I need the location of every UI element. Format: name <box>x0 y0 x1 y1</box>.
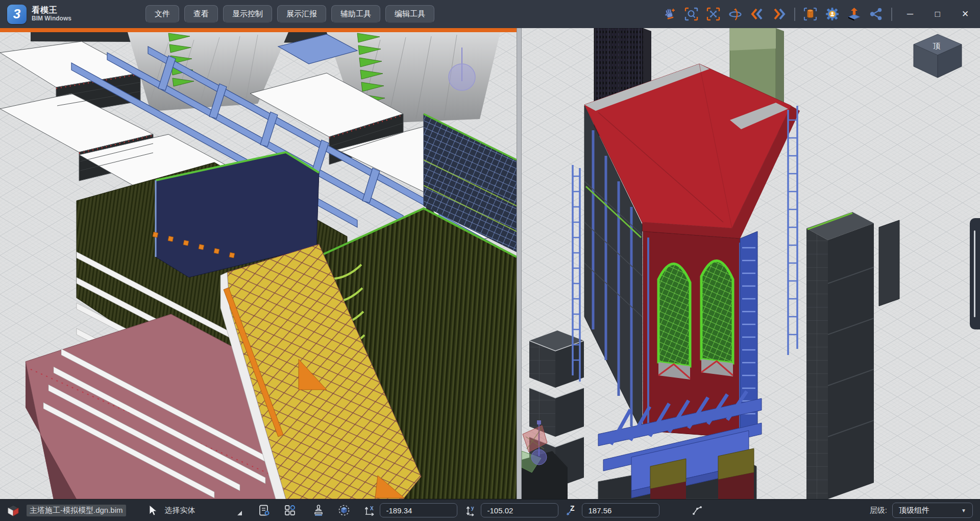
orbit-icon[interactable] <box>728 7 742 21</box>
chevron-down-icon: ▼ <box>961 508 966 513</box>
mode-expand-corner[interactable] <box>237 511 242 515</box>
menu-file[interactable]: 文件 <box>145 5 179 23</box>
right-model-scene[interactable]: 顶 <box>522 28 980 499</box>
window-minimize-button[interactable]: ─ <box>900 0 920 28</box>
left-model-scene[interactable] <box>0 32 517 499</box>
model-file-icon <box>7 504 19 516</box>
svg-text:Z: Z <box>570 504 575 512</box>
view-next-icon[interactable] <box>772 7 786 21</box>
measure-polyline-icon[interactable] <box>691 504 703 516</box>
toolbar-separator <box>794 8 795 21</box>
menu-view[interactable]: 查看 <box>184 5 218 23</box>
interaction-mode-label: 选择实体 <box>165 506 195 515</box>
level-label: 层级: <box>870 506 887 515</box>
user-settings-icon[interactable] <box>825 7 839 21</box>
svg-text:X: X <box>370 506 374 511</box>
app-subtitle: BIM Windows <box>32 15 71 22</box>
side-panel-handle[interactable] <box>970 218 980 329</box>
cursor-icon <box>146 504 159 516</box>
statusbar: 主塔施工-模拟模型.dgn.bim 选择实体 <box>0 499 980 521</box>
menu-edit-tools[interactable]: 编辑工具 <box>385 5 434 23</box>
main-menu: 文件 查看 显示控制 展示汇报 辅助工具 编辑工具 <box>145 5 434 23</box>
components-grid-icon[interactable] <box>284 504 296 516</box>
level-dropdown[interactable]: 顶级组件 ▼ <box>892 503 973 518</box>
fit-view-icon[interactable] <box>706 7 720 21</box>
menu-display-control[interactable]: 显示控制 <box>223 5 272 23</box>
stamp-icon[interactable] <box>312 504 325 516</box>
open-filename[interactable]: 主塔施工-模拟模型.dgn.bim <box>27 505 126 516</box>
coordinate-x-input[interactable] <box>380 503 457 517</box>
isolate-element-icon[interactable] <box>803 7 817 21</box>
zoom-window-icon[interactable] <box>684 7 698 21</box>
viewport-right[interactable]: 顶 <box>522 28 980 499</box>
svg-text:顶: 顶 <box>933 41 941 50</box>
app-brand: 3 看模王 BIM Windows <box>0 5 145 24</box>
pan-select-icon[interactable] <box>663 7 676 21</box>
view-previous-icon[interactable] <box>750 7 764 21</box>
menu-aux-tools[interactable]: 辅助工具 <box>331 5 380 23</box>
display-config-icon[interactable] <box>258 504 271 516</box>
coordinate-y-input[interactable] <box>481 503 558 517</box>
svg-text:y: y <box>471 505 474 511</box>
z-axis-icon: Z <box>566 504 578 516</box>
coordinate-z-input[interactable] <box>582 503 659 517</box>
window-close-button[interactable]: ✕ <box>955 0 975 28</box>
titlebar: 3 看模王 BIM Windows 文件 查看 显示控制 展示汇报 辅助工具 编… <box>0 0 980 28</box>
toolbar-separator <box>891 8 892 21</box>
y-axis-icon: y <box>464 504 477 516</box>
share-icon[interactable] <box>869 7 883 21</box>
menu-presentation[interactable]: 展示汇报 <box>277 5 326 23</box>
x-axis-icon: X <box>363 504 376 516</box>
app-title: 看模王 <box>32 6 71 15</box>
active-viewport-accent <box>0 28 517 32</box>
view-orientation-icon[interactable] <box>338 504 350 516</box>
app-logo-icon: 3 <box>7 5 27 24</box>
viewport-left[interactable] <box>0 28 517 499</box>
level-dropdown-value: 顶级组件 <box>899 506 929 515</box>
viewport-splitter[interactable] <box>517 28 522 499</box>
window-maximize-button[interactable]: □ <box>928 0 947 28</box>
publish-upload-icon[interactable] <box>847 7 861 21</box>
